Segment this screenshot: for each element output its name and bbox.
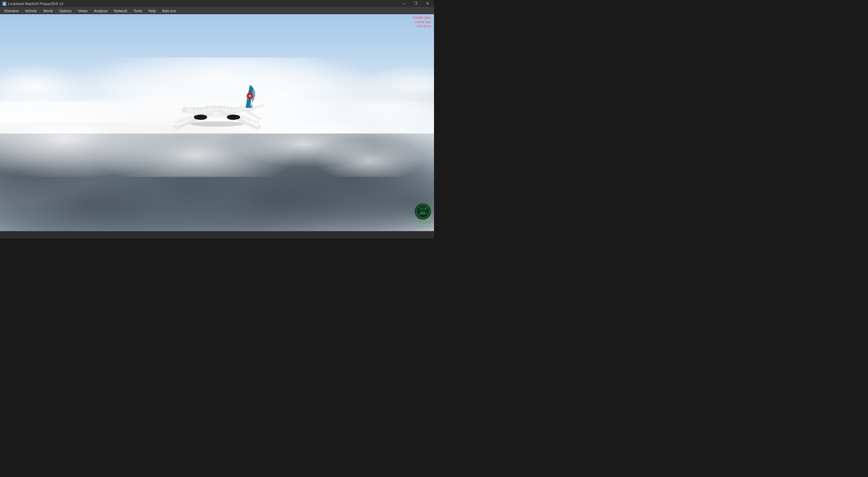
svg-rect-27 [224,107,225,108]
svg-rect-21 [203,107,205,109]
titlebar-left: Lockheed Martin® Prepar3D® v3 [0,1,63,6]
hud-overlay: Outside View: Locked Spd: 0.40 Zoom [413,16,431,28]
airplane-svg: ✈ [163,75,271,136]
svg-text:飞行者: 飞行者 [419,207,427,210]
menu-item-scenario[interactable]: Scenario [1,8,21,14]
menu-item-tools[interactable]: Tools [131,8,145,14]
svg-text:✈: ✈ [249,94,252,98]
svg-rect-20 [200,108,202,109]
menu-item-addons[interactable]: Add-ons [159,8,179,14]
svg-point-2 [190,121,244,127]
menu-item-world[interactable]: World [40,8,56,14]
restore-button[interactable]: ❐ [410,0,421,7]
menu-item-views[interactable]: Views [75,8,90,14]
svg-text:联盟: 联盟 [420,211,425,214]
close-button[interactable]: ✕ [422,0,433,7]
minimize-button[interactable]: ─ [399,0,410,7]
hud-zoom: 0.40 Zoom [413,24,431,28]
svg-rect-30 [234,108,236,109]
svg-rect-29 [231,108,232,109]
svg-rect-22 [207,107,209,108]
airplane: ✈ [163,75,271,136]
watermark-logo: 飞行者 联盟 [414,203,431,220]
svg-point-17 [236,116,239,119]
hud-view-type: Outside View: [413,16,431,20]
app-icon [2,1,7,6]
window-title: Lockheed Martin® Prepar3D® v3 [8,2,63,6]
watermark: 飞行者 联盟 飞行者联盟 China Pilot [414,203,431,228]
menu-item-help[interactable]: Help [146,8,159,14]
menu-item-network[interactable]: Network [111,8,130,14]
svg-point-13 [195,116,198,119]
menubar: ScenarioVehicleWorldOptionsViewsAnalysis… [0,7,434,14]
hud-speed: Locked Spd: [413,20,431,24]
menu-item-analysis[interactable]: Analysis [91,8,111,14]
svg-rect-18 [193,108,195,110]
svg-rect-19 [197,108,198,109]
svg-point-7 [182,108,188,112]
menu-item-options[interactable]: Options [56,8,74,14]
statusbar [0,231,434,239]
menu-item-vehicle[interactable]: Vehicle [22,8,39,14]
window-controls: ─ ❐ ✕ [399,0,434,7]
watermark-text: 飞行者联盟 China Pilot [416,221,431,228]
svg-rect-23 [210,107,212,108]
titlebar: Lockheed Martin® Prepar3D® v3 ─ ❐ ✕ [0,0,434,7]
svg-rect-24 [214,107,215,108]
svg-rect-25 [217,107,219,108]
svg-rect-26 [220,107,222,108]
main-viewport: ✈ [0,14,434,231]
svg-rect-28 [227,107,229,109]
